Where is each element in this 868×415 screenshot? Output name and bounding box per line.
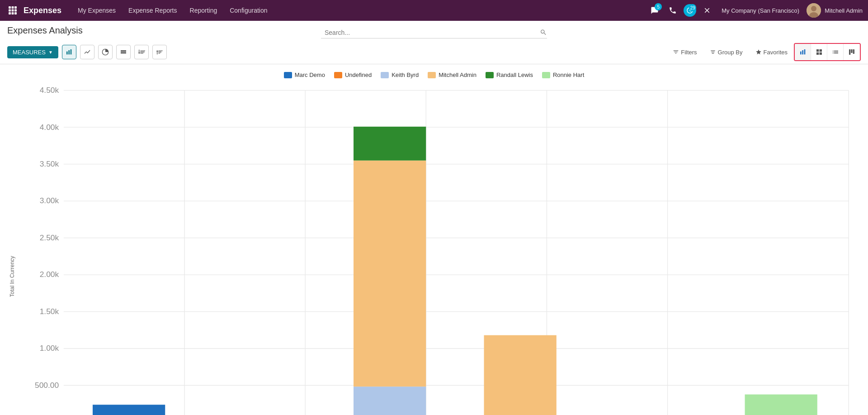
legend-color-randall bbox=[486, 72, 494, 78]
bar-apr-mitchell[interactable] bbox=[484, 335, 557, 415]
bar-mar-randall[interactable] bbox=[354, 127, 426, 161]
app-title[interactable]: Expenses bbox=[24, 6, 61, 15]
pivot-view-button[interactable] bbox=[811, 44, 827, 60]
nav-reporting[interactable]: Reporting bbox=[184, 4, 223, 17]
sort-desc-button[interactable] bbox=[134, 45, 149, 59]
svg-rect-7 bbox=[12, 12, 14, 14]
toolbar: MEASURES ▼ Filters Group By Favorites bbox=[0, 40, 868, 64]
close-icon[interactable] bbox=[700, 3, 714, 18]
svg-text:1.00k: 1.00k bbox=[40, 343, 59, 353]
svg-text:500.00: 500.00 bbox=[35, 381, 59, 390]
legend-label-ronnie: Ronnie Hart bbox=[553, 72, 584, 78]
nav-expense-reports[interactable]: Expense Reports bbox=[123, 4, 182, 17]
chart-area: Marc Demo Undefined Keith Byrd Mitchell … bbox=[0, 64, 868, 415]
svg-rect-8 bbox=[14, 12, 17, 14]
list-view-button[interactable] bbox=[827, 44, 844, 60]
legend-label-undefined: Undefined bbox=[345, 72, 372, 78]
svg-rect-21 bbox=[804, 49, 805, 54]
svg-rect-20 bbox=[802, 50, 803, 54]
bar-mar-mitchell[interactable] bbox=[354, 161, 426, 387]
measures-caret: ▼ bbox=[48, 50, 53, 55]
legend-ronnie-hart: Ronnie Hart bbox=[542, 72, 584, 78]
svg-rect-14 bbox=[71, 49, 72, 54]
svg-rect-22 bbox=[849, 49, 850, 55]
chat-badge: 5 bbox=[655, 3, 662, 10]
filters-button[interactable]: Filters bbox=[670, 47, 699, 57]
legend-randall-lewis: Randall Lewis bbox=[486, 72, 533, 78]
measures-button[interactable]: MEASURES ▼ bbox=[7, 46, 58, 58]
legend-color-keith bbox=[381, 72, 389, 78]
svg-text:2.50k: 2.50k bbox=[40, 233, 59, 242]
chart-inner: .axis-text { font-size: 13px; fill: #888… bbox=[15, 84, 861, 415]
chart-legend: Marc Demo Undefined Keith Byrd Mitchell … bbox=[0, 72, 868, 78]
apps-icon[interactable] bbox=[5, 3, 20, 18]
svg-rect-16 bbox=[121, 52, 126, 53]
svg-rect-6 bbox=[9, 12, 11, 14]
nav-my-expenses[interactable]: My Expenses bbox=[72, 4, 121, 17]
svg-text:2.00k: 2.00k bbox=[40, 270, 59, 279]
legend-marc-demo: Marc Demo bbox=[284, 72, 325, 78]
legend-mitchell-admin: Mitchell Admin bbox=[428, 72, 476, 78]
view-switcher bbox=[794, 43, 861, 61]
kanban-view-button[interactable] bbox=[844, 44, 860, 60]
bar-chart-button[interactable] bbox=[62, 45, 76, 59]
clock-badge: 29 bbox=[689, 4, 696, 11]
y-axis-label: Total In Currency bbox=[7, 84, 15, 415]
svg-text:4.00k: 4.00k bbox=[40, 123, 59, 132]
chart-svg: .axis-text { font-size: 13px; fill: #888… bbox=[15, 84, 861, 415]
bar-mar-keith[interactable] bbox=[354, 386, 426, 415]
svg-rect-24 bbox=[853, 49, 854, 54]
svg-rect-13 bbox=[68, 50, 70, 54]
filter-group: Filters Group By Favorites bbox=[670, 47, 790, 57]
chat-icon[interactable]: 5 bbox=[647, 3, 662, 18]
svg-rect-17 bbox=[121, 52, 126, 52]
legend-label-mitchell: Mitchell Admin bbox=[439, 72, 476, 78]
pie-chart-button[interactable] bbox=[98, 45, 113, 59]
phone-icon[interactable] bbox=[665, 3, 680, 18]
svg-rect-23 bbox=[851, 49, 852, 53]
legend-color-ronnie bbox=[542, 72, 550, 78]
svg-text:4.50k: 4.50k bbox=[40, 86, 59, 95]
favorites-button[interactable]: Favorites bbox=[753, 47, 790, 57]
legend-color-undefined bbox=[334, 72, 342, 78]
svg-rect-1 bbox=[12, 6, 14, 9]
svg-point-10 bbox=[811, 6, 816, 11]
sub-header: Expenses Analysis bbox=[0, 21, 868, 40]
svg-rect-0 bbox=[9, 6, 11, 9]
company-name[interactable]: My Company (San Francisco) bbox=[722, 7, 799, 14]
legend-label-randall: Randall Lewis bbox=[496, 72, 533, 78]
line-chart-button[interactable] bbox=[80, 45, 94, 59]
search-input[interactable] bbox=[321, 27, 547, 38]
svg-rect-12 bbox=[66, 52, 68, 55]
stacked-chart-button[interactable] bbox=[116, 45, 131, 59]
group-by-button[interactable]: Group By bbox=[707, 47, 745, 57]
bar-jan-marc[interactable] bbox=[93, 405, 165, 415]
svg-rect-19 bbox=[800, 52, 802, 55]
chart-wrapper: Total In Currency .axis-text { font-size… bbox=[0, 84, 868, 415]
svg-rect-5 bbox=[14, 10, 17, 12]
legend-undefined: Undefined bbox=[334, 72, 372, 78]
nav-right-area: 5 29 My Company (San Francisco) Mitchell… bbox=[647, 3, 863, 18]
svg-rect-3 bbox=[9, 10, 11, 12]
svg-text:3.50k: 3.50k bbox=[40, 159, 59, 168]
legend-color-mitchell bbox=[428, 72, 436, 78]
bar-jun-ronnie[interactable] bbox=[745, 395, 817, 415]
svg-text:1.50k: 1.50k bbox=[40, 307, 59, 316]
search-icon bbox=[540, 29, 547, 37]
clock-icon[interactable]: 29 bbox=[684, 4, 696, 17]
sort-asc-button[interactable] bbox=[152, 45, 167, 59]
nav-configuration[interactable]: Configuration bbox=[224, 4, 273, 17]
legend-label-keith: Keith Byrd bbox=[392, 72, 419, 78]
legend-label-marc: Marc Demo bbox=[295, 72, 325, 78]
user-name[interactable]: Mitchell Admin bbox=[825, 7, 863, 14]
legend-color-marc bbox=[284, 72, 292, 78]
legend-keith-byrd: Keith Byrd bbox=[381, 72, 419, 78]
graph-view-button[interactable] bbox=[795, 44, 811, 60]
svg-text:3.00k: 3.00k bbox=[40, 196, 59, 205]
svg-rect-4 bbox=[12, 10, 14, 12]
nav-menu: My Expenses Expense Reports Reporting Co… bbox=[72, 4, 647, 17]
page-title: Expenses Analysis bbox=[7, 25, 83, 36]
avatar[interactable] bbox=[807, 3, 821, 18]
search-container bbox=[321, 27, 547, 38]
top-navigation: Expenses My Expenses Expense Reports Rep… bbox=[0, 0, 868, 21]
